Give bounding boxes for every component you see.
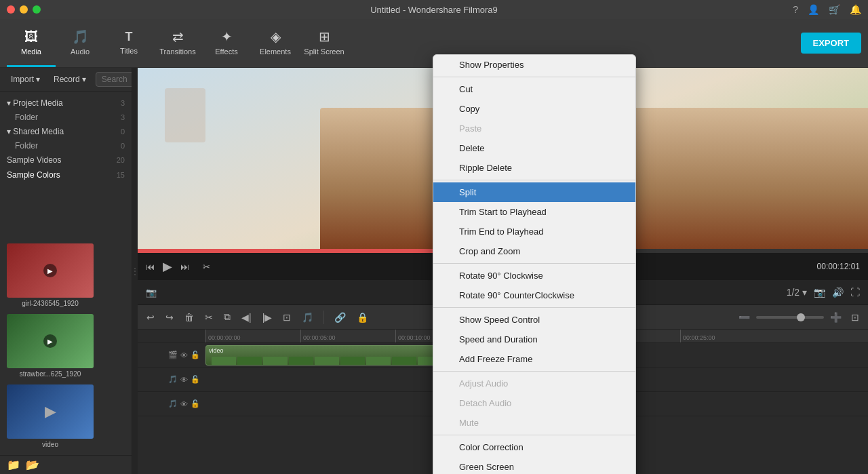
media-tree: ▾ Project Media 3 Folder 3 ▾ Shared Medi… (0, 92, 132, 237)
ctx-green-screen[interactable]: Green Screen (433, 457, 635, 474)
tab-effects[interactable]: ✦ Effects (202, 20, 251, 67)
project-media-folder[interactable]: Folder 3 (0, 111, 132, 124)
tab-elements[interactable]: ◈ Elements (251, 20, 300, 67)
volume-icon[interactable]: 🔊 (832, 287, 844, 298)
play-button[interactable]: ▶ (163, 259, 172, 274)
ctx-color-correction[interactable]: Color Correction (433, 437, 635, 457)
preview-icons: 1/2 ▾ 📷 🔊 ⛶ (787, 287, 860, 298)
crop-button[interactable]: ⊡ (279, 310, 294, 325)
sample-colors-section[interactable]: Sample Colors 15 (0, 167, 132, 182)
tab-media[interactable]: 🖼 Media (7, 20, 56, 67)
ctx-freeze-frame-label: Add Freeze Frame (459, 354, 532, 364)
track-eye-icon[interactable]: 👁 (180, 351, 188, 359)
tab-media-label: Media (21, 47, 41, 56)
sample-videos-section[interactable]: Sample Videos 20 (0, 153, 132, 167)
timeline-labels: 🎬 👁 🔓 🎵 👁 🔓 🎵 👁 🔓 (138, 330, 205, 474)
export-button[interactable]: EXPORT (801, 33, 861, 54)
separator (323, 311, 324, 324)
ctx-freeze-frame[interactable]: Add Freeze Frame (433, 349, 635, 369)
list-item[interactable]: ▶ strawber...625_1920 (7, 314, 94, 378)
ctx-ripple-delete[interactable]: Ripple Delete (433, 158, 635, 178)
fullscreen-button[interactable] (33, 5, 41, 14)
ctx-paste-label: Paste (459, 123, 481, 134)
cut-button[interactable]: ✂ (201, 310, 216, 325)
import-file-icon[interactable]: 📂 (26, 458, 39, 471)
traffic-lights (7, 5, 41, 14)
lock-button[interactable]: 🔒 (353, 310, 372, 325)
snapshot-icon[interactable]: 📷 (814, 287, 825, 298)
tab-splitscreen[interactable]: ⊞ Split Screen (300, 20, 349, 67)
next-frame-icon[interactable]: ⏭ (180, 262, 189, 272)
panel-resize-handle[interactable] (132, 68, 138, 474)
ratio-selector[interactable]: 1/2 ▾ (787, 287, 807, 298)
ctx-crop-zoom[interactable]: Crop and Zoom (433, 241, 635, 261)
shared-media-folder[interactable]: Folder 0 (0, 139, 132, 153)
minimize-button[interactable] (20, 5, 28, 14)
redo-button[interactable]: ↪ (162, 310, 177, 325)
split-button[interactable]: ⧉ (220, 309, 234, 325)
account-icon[interactable]: 👤 (808, 4, 819, 15)
prev-cut-button[interactable]: ◀| (238, 310, 255, 325)
cut-icon[interactable]: ✂ (203, 262, 210, 272)
track-eye-icon2[interactable]: 👁 (180, 376, 188, 384)
ctx-show-properties[interactable]: Show Properties (433, 55, 635, 75)
transitions-icon: ⇄ (172, 28, 184, 45)
fullscreen-icon[interactable]: ⛶ (850, 287, 860, 298)
list-item[interactable]: ▶ video (7, 384, 94, 448)
ctx-sep-2 (433, 180, 635, 180)
ctx-trim-end[interactable]: Trim End to Playhead (433, 222, 635, 241)
video-play-icon: ▶ (45, 403, 56, 420)
ctx-rotate-cw[interactable]: Rotate 90° Clockwise (433, 266, 635, 285)
next-cut-button[interactable]: |▶ (259, 310, 276, 325)
store-icon[interactable]: 🛒 (829, 4, 840, 15)
track-eye-icon3[interactable]: 👁 (180, 400, 188, 408)
ctx-trim-start[interactable]: Trim Start to Playhead (433, 202, 635, 222)
track-lock-icon3[interactable]: 🔓 (191, 399, 200, 408)
help-icon[interactable]: ? (793, 4, 798, 15)
zoom-out-button[interactable]: ➖ (735, 310, 753, 325)
ruler-label-2: 00:00:10:00 (396, 334, 431, 341)
elements-icon: ◈ (271, 28, 281, 45)
import-button[interactable]: Import ▾ (7, 72, 44, 87)
ruler-mark-0: 00:00:00:00 (205, 330, 241, 342)
play-overlay: ▶ (43, 264, 57, 277)
shared-media-count: 0 (121, 127, 125, 136)
tab-titles[interactable]: T Titles (104, 20, 153, 67)
clip-frame (392, 357, 416, 366)
camera-icon[interactable]: 📷 (146, 288, 157, 298)
ctx-split[interactable]: Split (433, 182, 635, 202)
notification-icon[interactable]: 🔔 (850, 4, 861, 15)
ctx-detach-audio: Detach Audio (433, 393, 635, 413)
ctx-cut[interactable]: Cut (433, 79, 635, 99)
track-lock-icon[interactable]: 🔓 (191, 351, 200, 359)
record-button[interactable]: Record ▾ (50, 72, 90, 87)
zoom-in-button[interactable]: ➕ (827, 310, 845, 325)
ctx-cut-label: Cut (459, 84, 473, 94)
undo-button[interactable]: ↩ (143, 310, 158, 325)
search-input[interactable] (96, 72, 132, 87)
project-media-section[interactable]: ▾ Project Media 3 (0, 96, 132, 111)
list-item[interactable]: ▶ girl-2436545_1920 (7, 243, 94, 307)
audio-icon: 🎵 (72, 28, 89, 45)
ruler-label-0: 00:00:00:00 (206, 334, 241, 341)
zoom-slider[interactable] (756, 316, 824, 319)
ctx-rotate-ccw[interactable]: Rotate 90° CounterClockwise (433, 285, 635, 305)
track-lock-icon2[interactable]: 🔓 (191, 375, 200, 384)
fit-timeline-button[interactable]: ⊡ (848, 310, 863, 325)
audio-button[interactable]: 🎵 (298, 310, 317, 325)
ctx-speed-control[interactable]: Show Speed Control (433, 310, 635, 330)
chain-button[interactable]: 🔗 (331, 310, 349, 325)
record-chevron-icon: ▾ (82, 75, 86, 84)
ctx-copy[interactable]: Copy (433, 99, 635, 119)
shared-media-section[interactable]: ▾ Shared Media 0 (0, 124, 132, 139)
prev-frame-icon[interactable]: ⏮ (146, 262, 155, 272)
effects-icon: ✦ (221, 28, 233, 45)
ctx-delete[interactable]: Delete (433, 138, 635, 158)
new-folder-icon[interactable]: 📁 (7, 458, 20, 471)
delete-button[interactable]: 🗑 (181, 310, 197, 325)
tab-transitions[interactable]: ⇄ Transitions (153, 20, 202, 67)
ctx-speed-duration[interactable]: Speed and Duration (433, 330, 635, 349)
tab-audio[interactable]: 🎵 Audio (56, 20, 104, 67)
close-button[interactable] (7, 5, 15, 14)
ctx-sep-1 (433, 77, 635, 77)
